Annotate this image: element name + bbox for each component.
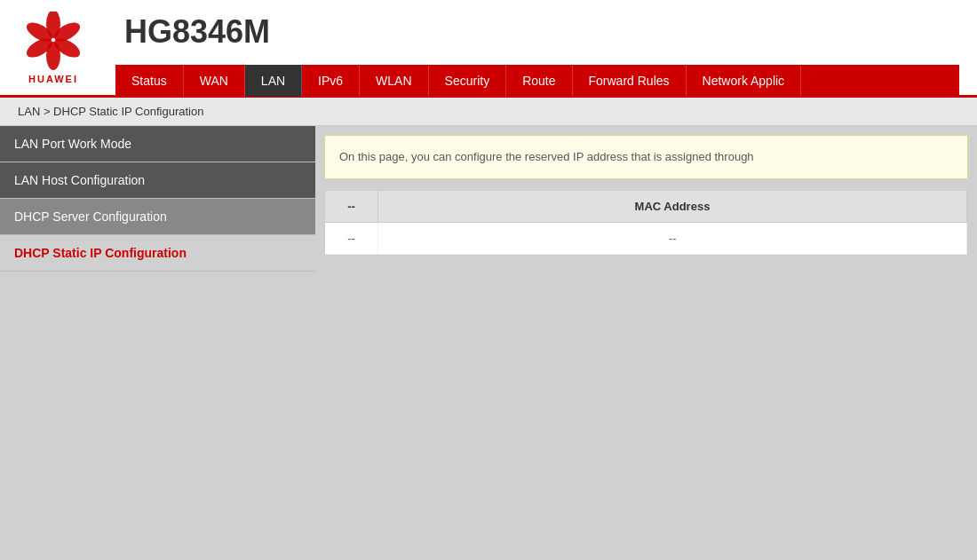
sidebar-item-dhcp-server-configuration[interactable]: DHCP Server Configuration [0, 199, 315, 235]
nav-item-lan[interactable]: LAN [245, 65, 302, 97]
nav-item-forward-rules[interactable]: Forward Rules [573, 65, 687, 97]
nav-item-ipv6[interactable]: IPv6 [302, 65, 360, 97]
nav-item-wan[interactable]: WAN [184, 65, 245, 97]
nav-item-route[interactable]: Route [506, 65, 572, 97]
static-ip-table: -- MAC Address -- -- [324, 190, 968, 256]
nav-item-network-applic[interactable]: Network Applic [687, 65, 802, 97]
table-row: -- -- [325, 223, 967, 255]
breadcrumb: LAN > DHCP Static IP Configuration [0, 98, 977, 126]
sidebar: LAN Port Work ModeLAN Host Configuration… [0, 126, 315, 528]
model-row: HG8346M [115, 0, 959, 65]
header-right: HG8346M StatusWANLANIPv6WLANSecurityRout… [115, 0, 959, 97]
header: HUAWEI HG8346M StatusWANLANIPv6WLANSecur… [0, 0, 977, 98]
sidebar-item-lan-port-work-mode[interactable]: LAN Port Work Mode [0, 126, 315, 162]
nav-bar: StatusWANLANIPv6WLANSecurityRouteForward… [115, 65, 959, 97]
table-header-row: -- MAC Address [325, 191, 967, 223]
nav-item-security[interactable]: Security [429, 65, 507, 97]
cell-mac: -- [378, 223, 967, 254]
nav-item-status[interactable]: Status [115, 65, 184, 97]
model-label: HG8346M [124, 13, 270, 51]
col-header-index: -- [325, 191, 378, 222]
sidebar-item-lan-host-configuration[interactable]: LAN Host Configuration [0, 162, 315, 199]
brand-label: HUAWEI [28, 74, 78, 84]
info-box: On this page, you can configure the rese… [324, 135, 968, 179]
nav-item-wlan[interactable]: WLAN [360, 65, 428, 97]
cell-index: -- [325, 223, 378, 254]
content-area: On this page, you can configure the rese… [315, 126, 977, 528]
sidebar-item-dhcp-static-ip-configuration[interactable]: DHCP Static IP Configuration [0, 235, 315, 272]
logo-area: HUAWEI [18, 12, 89, 84]
main-layout: LAN Port Work ModeLAN Host Configuration… [0, 126, 977, 528]
col-header-mac: MAC Address [378, 191, 967, 222]
info-text: On this page, you can configure the rese… [339, 150, 754, 163]
huawei-logo [18, 12, 89, 74]
